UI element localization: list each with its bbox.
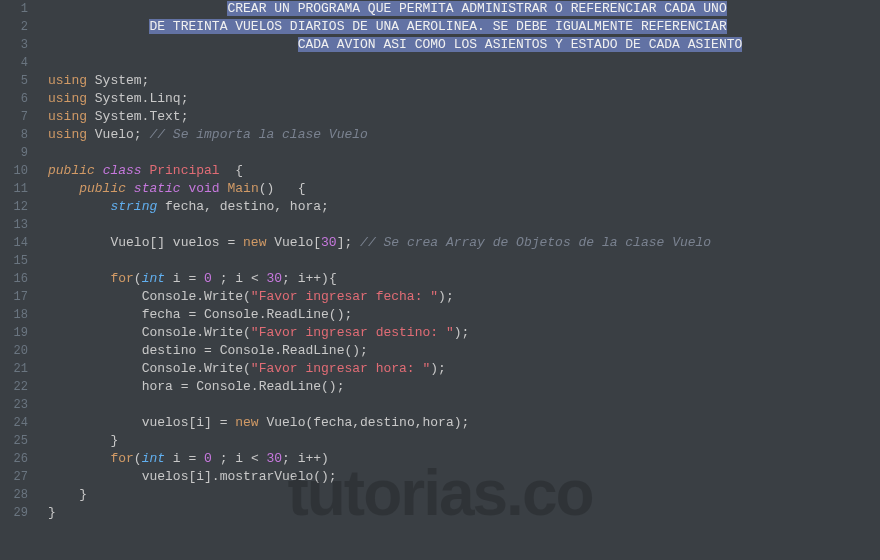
selected-comment: DE TREINTA VUELOS DIARIOS DE UNA AEROLIN… xyxy=(149,19,726,34)
code-line: for(int i = 0 ; i < 30; i++){ xyxy=(48,270,880,288)
line-number: 1 xyxy=(0,0,28,18)
code-line: using System.Text; xyxy=(48,108,880,126)
code-text: fecha = Console.ReadLine(); xyxy=(142,307,353,322)
keyword: class xyxy=(103,163,142,178)
code-text: ); xyxy=(454,325,470,340)
code-line: using System.Linq; xyxy=(48,90,880,108)
line-number: 15 xyxy=(0,252,28,270)
code-text: Console.Write( xyxy=(142,361,251,376)
code-area[interactable]: CREAR UN PROGRAMA QUE PERMITA ADMINISTRA… xyxy=(38,0,880,560)
code-text: Console.Write( xyxy=(142,289,251,304)
code-text: ; i < xyxy=(212,271,267,286)
code-line: using System; xyxy=(48,72,880,90)
number: 0 xyxy=(204,271,212,286)
line-number: 23 xyxy=(0,396,28,414)
code-line: } xyxy=(48,486,880,504)
line-number: 9 xyxy=(0,144,28,162)
code-text: i = xyxy=(165,271,204,286)
method-name: Main xyxy=(228,181,259,196)
namespace: System; xyxy=(87,73,149,88)
line-number: 4 xyxy=(0,54,28,72)
keyword: new xyxy=(243,235,266,250)
type: string xyxy=(110,199,157,214)
namespace: Vuelo; xyxy=(87,127,149,142)
brace: } xyxy=(48,505,56,520)
code-text: ; i++){ xyxy=(282,271,337,286)
line-number: 29 xyxy=(0,504,28,522)
line-number: 8 xyxy=(0,126,28,144)
brace: } xyxy=(110,433,118,448)
line-number: 25 xyxy=(0,432,28,450)
line-number: 24 xyxy=(0,414,28,432)
code-line: vuelos[i].mostrarVuelo(); xyxy=(48,468,880,486)
code-line xyxy=(48,252,880,270)
code-text: hora = Console.ReadLine(); xyxy=(142,379,345,394)
code-line: Console.Write("Favor ingresar destino: "… xyxy=(48,324,880,342)
code-text: vuelos[i].mostrarVuelo(); xyxy=(142,469,337,484)
code-line: public static void Main() { xyxy=(48,180,880,198)
line-number: 10 xyxy=(0,162,28,180)
keyword: for xyxy=(110,451,133,466)
code-line: hora = Console.ReadLine(); xyxy=(48,378,880,396)
code-line: for(int i = 0 ; i < 30; i++) xyxy=(48,450,880,468)
code-text: Vuelo[] vuelos = xyxy=(110,235,243,250)
keyword: public xyxy=(79,181,126,196)
code-text: Vuelo(fecha,destino,hora); xyxy=(259,415,470,430)
keyword: using xyxy=(48,73,87,88)
line-number: 14 xyxy=(0,234,28,252)
code-text: ; i < xyxy=(212,451,267,466)
keyword: using xyxy=(48,91,87,106)
selected-comment: CREAR UN PROGRAMA QUE PERMITA ADMINISTRA… xyxy=(227,1,726,16)
code-line: Console.Write("Favor ingresar hora: "); xyxy=(48,360,880,378)
code-line: vuelos[i] = new Vuelo(fecha,destino,hora… xyxy=(48,414,880,432)
line-number: 27 xyxy=(0,468,28,486)
line-number: 11 xyxy=(0,180,28,198)
number: 30 xyxy=(266,451,282,466)
code-line xyxy=(48,216,880,234)
brace: { xyxy=(220,163,243,178)
code-text: Vuelo[ xyxy=(266,235,321,250)
line-number: 5 xyxy=(0,72,28,90)
number: 30 xyxy=(321,235,337,250)
line-number: 22 xyxy=(0,378,28,396)
code-editor: 1 2 3 4 5 6 7 8 9 10 11 12 13 14 15 16 1… xyxy=(0,0,880,560)
string-literal: "Favor ingresar fecha: " xyxy=(251,289,438,304)
line-number: 21 xyxy=(0,360,28,378)
keyword: for xyxy=(110,271,133,286)
code-line: CADA AVION ASI COMO LOS ASIENTOS Y ESTAD… xyxy=(48,36,880,54)
keyword: static xyxy=(134,181,181,196)
code-line: } xyxy=(48,432,880,450)
code-line: DE TREINTA VUELOS DIARIOS DE UNA AEROLIN… xyxy=(48,18,880,36)
line-number-gutter: 1 2 3 4 5 6 7 8 9 10 11 12 13 14 15 16 1… xyxy=(0,0,38,560)
brace: } xyxy=(79,487,87,502)
code-line xyxy=(48,144,880,162)
namespace: System.Linq; xyxy=(87,91,188,106)
code-line xyxy=(48,54,880,72)
keyword: using xyxy=(48,127,87,142)
selected-comment: CADA AVION ASI COMO LOS ASIENTOS Y ESTAD… xyxy=(298,37,743,52)
code-line: public class Principal { xyxy=(48,162,880,180)
keyword: public xyxy=(48,163,95,178)
code-text: vuelos[i] = xyxy=(142,415,236,430)
line-number: 6 xyxy=(0,90,28,108)
line-number: 19 xyxy=(0,324,28,342)
code-line: using Vuelo; // Se importa la clase Vuel… xyxy=(48,126,880,144)
code-line: string fecha, destino, hora; xyxy=(48,198,880,216)
code-text: ); xyxy=(430,361,446,376)
line-number: 28 xyxy=(0,486,28,504)
code-line: Vuelo[] vuelos = new Vuelo[30]; // Se cr… xyxy=(48,234,880,252)
line-number: 2 xyxy=(0,18,28,36)
code-line: } xyxy=(48,504,880,522)
variables: fecha, destino, hora; xyxy=(157,199,329,214)
keyword: using xyxy=(48,109,87,124)
line-number: 18 xyxy=(0,306,28,324)
line-number: 12 xyxy=(0,198,28,216)
line-number: 16 xyxy=(0,270,28,288)
line-number: 3 xyxy=(0,36,28,54)
code-line: destino = Console.ReadLine(); xyxy=(48,342,880,360)
code-line: fecha = Console.ReadLine(); xyxy=(48,306,880,324)
comment: // Se importa la clase Vuelo xyxy=(149,127,367,142)
string-literal: "Favor ingresar destino: " xyxy=(251,325,454,340)
line-number: 13 xyxy=(0,216,28,234)
class-name: Principal xyxy=(149,163,219,178)
